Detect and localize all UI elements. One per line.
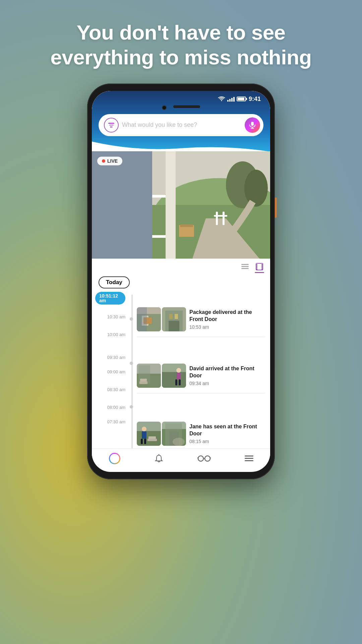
- search-placeholder[interactable]: What would you like to see?: [122, 121, 241, 128]
- battery-icon: [237, 97, 246, 101]
- event-2-thumb-1: [137, 364, 161, 388]
- event-1-info: Package delivered at the Front Door 10:5…: [189, 307, 265, 331]
- svg-point-17: [244, 170, 268, 207]
- event-card-1[interactable]: Package delivered at the Front Door 10:5…: [137, 305, 265, 334]
- svg-rect-27: [261, 268, 263, 270]
- phone-wrapper: 9:41 What would you like t: [87, 84, 275, 479]
- film-strip-icon: [255, 263, 263, 271]
- svg-point-61: [173, 438, 185, 446]
- today-chip[interactable]: Today: [99, 276, 130, 288]
- svg-rect-35: [169, 321, 179, 331]
- svg-rect-54: [144, 439, 146, 444]
- film-view-button[interactable]: [255, 263, 263, 271]
- list-view-button[interactable]: [241, 264, 249, 269]
- time-label-0830: 08:30 am: [107, 387, 125, 392]
- wifi-icon: [218, 96, 225, 102]
- filter-icon: [108, 123, 114, 127]
- svg-rect-12: [166, 151, 176, 259]
- event-1-time: 10:53 am: [189, 324, 265, 330]
- time-label-0730: 07:30 am: [107, 420, 125, 424]
- time-axis: 10:51:12 am 10:30 am 10:00 am 09:30 am 0…: [95, 292, 129, 448]
- event-2-info: David arrived at the Front Door 09:34 am: [189, 364, 265, 388]
- svg-rect-26: [261, 266, 263, 268]
- bottom-nav: [92, 448, 270, 471]
- time-label-0900: 09:00 am: [107, 370, 125, 374]
- event-2-thumbnails: [137, 364, 186, 388]
- svg-rect-53: [141, 439, 143, 444]
- search-bar[interactable]: What would you like to see?: [99, 114, 263, 136]
- svg-rect-42: [139, 381, 147, 384]
- svg-rect-22: [256, 264, 257, 266]
- event-divider-1: [137, 337, 265, 337]
- view-toggle: [92, 259, 270, 271]
- event-2-title: David arrived at the Front Door: [189, 365, 265, 379]
- home-icon: [109, 453, 120, 464]
- svg-rect-41: [140, 379, 147, 381]
- svg-rect-32: [137, 307, 147, 331]
- svg-point-45: [176, 368, 181, 373]
- svg-rect-36: [169, 314, 173, 319]
- status-time: 9:41: [249, 96, 261, 103]
- svg-point-0: [221, 100, 222, 101]
- svg-rect-56: [147, 439, 157, 441]
- status-icons: [218, 96, 246, 102]
- svg-rect-25: [261, 264, 263, 266]
- nav-notifications[interactable]: [154, 454, 164, 463]
- event-2-time: 09:34 am: [189, 381, 265, 386]
- event-1-thumbnails: [137, 307, 186, 331]
- date-filter: Today: [92, 273, 270, 292]
- svg-point-63: [198, 456, 203, 461]
- svg-rect-44: [162, 372, 186, 388]
- event-1-thumb-2: [162, 307, 186, 331]
- event-3-thumb-1: [137, 422, 161, 446]
- app-header: 9:41 What would you like t: [92, 91, 270, 151]
- svg-rect-46: [177, 373, 181, 379]
- svg-point-51: [142, 427, 146, 431]
- event-card-3[interactable]: Jane has seen at the Front Door 08:15 am: [137, 419, 265, 448]
- events-column: Package delivered at the Front Door 10:5…: [135, 292, 267, 448]
- signal-bars-icon: [227, 96, 235, 102]
- event-1-thumb-1: [137, 307, 161, 331]
- svg-point-64: [205, 456, 210, 461]
- time-label-0930: 09:30 am: [107, 355, 125, 360]
- search-bar-container: What would you like to see?: [92, 110, 270, 142]
- svg-rect-55: [148, 436, 156, 439]
- nav-home[interactable]: [109, 453, 120, 464]
- nav-menu[interactable]: [245, 455, 253, 461]
- time-label-0800: 08:00 am: [107, 405, 125, 410]
- event-1-title: Package delivered at the Front Door: [189, 309, 265, 323]
- bell-icon: [154, 454, 164, 463]
- mic-button[interactable]: [245, 117, 260, 133]
- svg-rect-18: [216, 212, 218, 225]
- porch-scene: [92, 151, 270, 259]
- phone-screen: 9:41 What would you like t: [92, 91, 270, 472]
- timeline-section: Today 10:51:12 am 10:30 am 10:00 am 09:3…: [92, 259, 270, 448]
- speaker-grill: [173, 105, 200, 108]
- event-divider-2: [137, 393, 265, 393]
- live-dot: [102, 159, 105, 163]
- status-bar: 9:41: [92, 91, 270, 103]
- nav-watch[interactable]: [197, 455, 211, 462]
- current-time-label: 10:51:12 am: [95, 292, 125, 305]
- time-label-1030: 10:30 am: [107, 315, 125, 319]
- event-3-info: Jane has seen at the Front Door 08:15 am: [189, 422, 265, 446]
- event-3-title: Jane has seen at the Front Door: [189, 423, 265, 437]
- camera-feed: LIVE: [92, 151, 270, 259]
- filter-icon-wrapper[interactable]: [104, 118, 119, 132]
- event-2-thumb-2: [162, 364, 186, 388]
- camera-area: [92, 103, 270, 110]
- svg-rect-1: [251, 122, 254, 126]
- timeline-body: 10:51:12 am 10:30 am 10:00 am 09:30 am 0…: [92, 292, 270, 448]
- svg-rect-24: [256, 268, 257, 270]
- mic-icon: [249, 121, 256, 129]
- svg-rect-47: [175, 379, 177, 385]
- timeline-bar-column: [129, 294, 135, 448]
- time-label-1000: 10:00 am: [107, 332, 125, 337]
- svg-rect-23: [256, 266, 257, 268]
- svg-rect-20: [214, 215, 227, 217]
- side-button: [275, 198, 277, 218]
- glasses-icon: [197, 455, 211, 462]
- event-3-thumbnails: [137, 422, 186, 446]
- headline: You don't have to see everything to miss…: [0, 0, 362, 80]
- event-card-2[interactable]: David arrived at the Front Door 09:34 am: [137, 361, 265, 390]
